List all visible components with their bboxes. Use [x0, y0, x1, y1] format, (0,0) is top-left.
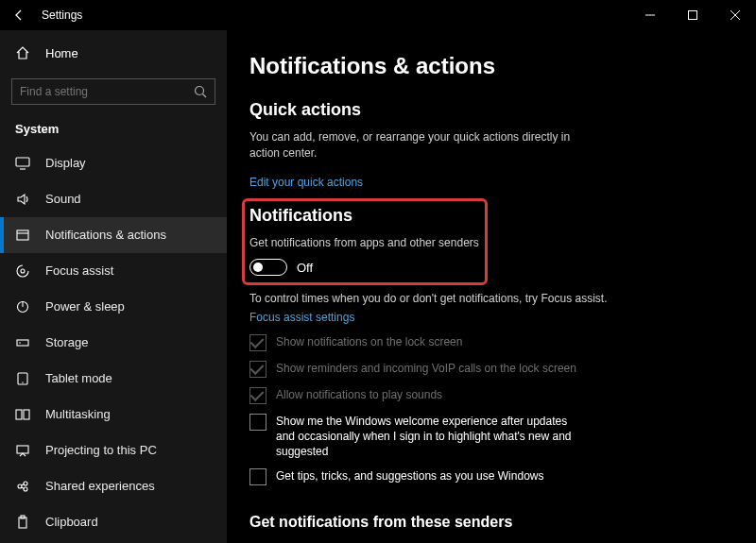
sidebar-item-label: Display — [45, 156, 86, 170]
shared-icon — [15, 479, 30, 494]
page-title: Notifications & actions — [249, 53, 722, 79]
svg-point-22 — [24, 487, 27, 491]
sidebar-item-label: Projecting to this PC — [45, 443, 157, 457]
option-label: Allow notifications to play sounds — [276, 387, 442, 402]
notifications-desc: Get notifications from apps and other se… — [249, 235, 722, 251]
clipboard-icon — [15, 515, 30, 530]
sidebar-item-multitask[interactable]: Multitasking — [0, 397, 227, 433]
option-label: Show notifications on the lock screen — [276, 334, 462, 349]
window-title: Settings — [42, 8, 82, 22]
search-box[interactable] — [11, 78, 215, 105]
sidebar-item-tablet[interactable]: Tablet mode — [0, 361, 227, 397]
maximize-button[interactable] — [671, 0, 713, 30]
svg-point-14 — [19, 342, 21, 344]
quick-actions-desc: You can add, remove, or rearrange your q… — [249, 129, 599, 162]
sidebar-item-label: Power & sleep — [45, 299, 125, 314]
sidebar-item-sound[interactable]: Sound — [0, 181, 227, 217]
tablet-icon — [15, 371, 30, 386]
focus-icon — [15, 263, 30, 279]
checkbox — [249, 387, 266, 404]
sidebar-item-label: Multitasking — [45, 407, 111, 421]
svg-point-21 — [24, 482, 27, 485]
focus-hint: To control times when you do or don't ge… — [249, 291, 722, 307]
notification-option-0: Show notifications on the lock screen — [249, 334, 722, 351]
focus-assist-link[interactable]: Focus assist settings — [249, 311, 354, 324]
sidebar-item-label: Clipboard — [45, 515, 98, 529]
sidebar-item-storage[interactable]: Storage — [0, 325, 227, 361]
power-icon — [15, 299, 30, 314]
svg-line-24 — [22, 487, 25, 489]
svg-rect-17 — [16, 410, 22, 419]
quick-actions-heading: Quick actions — [249, 100, 722, 120]
notifications-heading: Notifications — [249, 206, 722, 226]
checkbox — [249, 334, 266, 351]
search-icon — [194, 85, 207, 98]
search-input[interactable] — [20, 85, 194, 98]
sidebar-item-label: Shared experiences — [45, 479, 155, 493]
sidebar-item-power[interactable]: Power & sleep — [0, 289, 227, 325]
notifications-icon — [15, 228, 30, 243]
sidebar-item-label: Sound — [45, 192, 81, 206]
checkbox[interactable] — [249, 468, 266, 485]
svg-point-4 — [196, 86, 204, 94]
toggle-thumb — [253, 263, 263, 272]
notification-option-4[interactable]: Get tips, tricks, and suggestions as you… — [249, 468, 722, 485]
sidebar: Home System DisplaySoundNotifications & … — [0, 30, 227, 543]
notifications-toggle[interactable]: Off — [249, 259, 722, 276]
multitask-icon — [15, 407, 30, 422]
sidebar-item-clipboard[interactable]: Clipboard — [0, 504, 227, 540]
main-content: Notifications & actions Quick actions Yo… — [227, 30, 756, 543]
svg-rect-1 — [688, 11, 696, 20]
display-icon — [15, 156, 30, 171]
back-button[interactable] — [9, 6, 28, 25]
svg-rect-25 — [19, 518, 26, 528]
sidebar-home-label: Home — [45, 46, 78, 60]
close-button[interactable] — [713, 0, 756, 30]
option-label: Get tips, tricks, and suggestions as you… — [276, 468, 543, 484]
svg-rect-18 — [24, 410, 29, 419]
checkbox[interactable] — [249, 414, 266, 431]
sidebar-item-label: Tablet mode — [45, 371, 112, 385]
sidebar-category: System — [0, 114, 227, 145]
notification-option-1: Show reminders and incoming VoIP calls o… — [249, 361, 722, 378]
sidebar-item-projecting[interactable]: Projecting to this PC — [0, 433, 227, 468]
toggle-track — [249, 259, 287, 276]
svg-point-16 — [22, 382, 23, 382]
sidebar-item-label: Notifications & actions — [45, 228, 166, 242]
notification-option-2: Allow notifications to play sounds — [249, 387, 722, 404]
checkbox — [249, 361, 266, 378]
svg-rect-6 — [16, 158, 29, 166]
svg-line-5 — [203, 93, 207, 97]
svg-line-23 — [22, 484, 25, 485]
home-icon — [15, 45, 30, 60]
sidebar-item-display[interactable]: Display — [0, 145, 227, 181]
svg-point-10 — [21, 269, 25, 273]
edit-quick-actions-link[interactable]: Edit your quick actions — [249, 176, 363, 189]
option-label: Show reminders and incoming VoIP calls o… — [276, 361, 576, 376]
svg-rect-8 — [17, 230, 28, 240]
toggle-state: Off — [297, 261, 313, 275]
svg-rect-19 — [17, 446, 28, 453]
sidebar-item-shared[interactable]: Shared experiences — [0, 468, 227, 504]
option-label: Show me the Windows welcome experience a… — [276, 414, 588, 460]
sound-icon — [15, 192, 30, 207]
minimize-button[interactable] — [628, 0, 671, 30]
svg-rect-13 — [17, 340, 28, 346]
sidebar-item-focus[interactable]: Focus assist — [0, 253, 227, 289]
notification-option-3[interactable]: Show me the Windows welcome experience a… — [249, 414, 722, 460]
sidebar-item-notifications[interactable]: Notifications & actions — [0, 217, 227, 253]
sidebar-home[interactable]: Home — [0, 36, 227, 71]
senders-heading: Get notifications from these senders — [249, 514, 722, 531]
sidebar-item-label: Focus assist — [45, 263, 113, 278]
storage-icon — [15, 335, 30, 350]
sidebar-item-label: Storage — [45, 335, 89, 349]
projecting-icon — [15, 443, 30, 458]
